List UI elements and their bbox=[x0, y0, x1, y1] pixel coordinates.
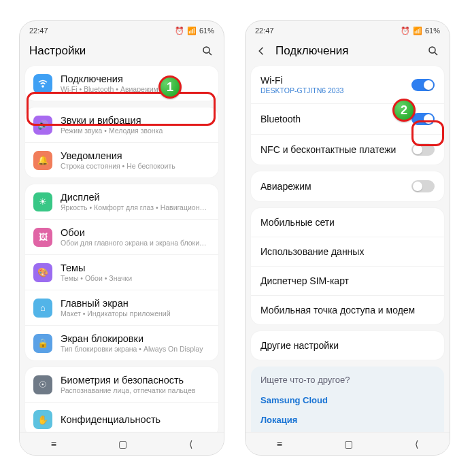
row-sub: Распознавание лица, отпечатки пальцев bbox=[61, 386, 210, 394]
search-icon[interactable] bbox=[201, 44, 214, 58]
row-privacy[interactable]: ✋ Конфиденциальность bbox=[25, 402, 218, 432]
row-lockscreen[interactable]: 🔒 Экран блокировки Тип блокировки экрана… bbox=[25, 325, 218, 360]
row-label: Подключения bbox=[61, 73, 210, 84]
svg-point-2 bbox=[42, 86, 44, 87]
phone-connections: 22:47 ⏰ 📶 61% Подключения Wi-Fi DESKTOP-… bbox=[245, 20, 450, 456]
bluetooth-toggle[interactable] bbox=[411, 113, 435, 125]
wallpaper-icon: 🖼 bbox=[33, 228, 52, 247]
row-sub: Темы • Обои • Значки bbox=[61, 274, 210, 282]
battery-text: 61% bbox=[425, 27, 440, 35]
row-other-settings[interactable]: Другие настройки bbox=[251, 331, 444, 360]
row-label: Мобильные сети bbox=[260, 217, 335, 228]
row-sub: Wi-Fi • Bluetooth • Авиарежим bbox=[61, 85, 210, 93]
signal-icon: 📶 bbox=[187, 27, 197, 35]
status-time: 22:47 bbox=[29, 27, 48, 35]
nav-recent-icon[interactable]: ≡ bbox=[51, 439, 56, 449]
row-display[interactable]: ☀ Дисплей Яркость • Комфорт для глаз • Н… bbox=[25, 184, 218, 219]
row-label: Диспетчер SIM-карт bbox=[260, 275, 349, 286]
row-sub: DESKTOP-GTJITN6 2033 bbox=[260, 86, 343, 95]
annotation-badge-1: 1 bbox=[158, 75, 182, 99]
search-icon[interactable] bbox=[426, 44, 440, 58]
nav-home-icon[interactable]: ▢ bbox=[344, 439, 353, 449]
row-label: Конфиденциальность bbox=[61, 414, 210, 425]
row-hotspot[interactable]: Мобильная точка доступа и модем bbox=[251, 295, 444, 324]
row-label: Биометрия и безопасность bbox=[61, 375, 210, 386]
airplane-toggle[interactable] bbox=[411, 180, 435, 192]
nav-home-icon[interactable]: ▢ bbox=[118, 439, 127, 449]
status-right: ⏰ 📶 61% bbox=[175, 27, 214, 35]
looking-for-header: Ищете что-то другое? bbox=[260, 375, 435, 385]
row-wifi[interactable]: Wi-Fi DESKTOP-GTJITN6 2033 bbox=[251, 66, 444, 103]
nav-bar: ≡ ▢ ⟨ bbox=[246, 432, 450, 455]
looking-for-panel: Ищете что-то другое? Samsung Cloud Локац… bbox=[251, 367, 444, 432]
svg-point-0 bbox=[203, 47, 209, 53]
row-label: Дисплей bbox=[61, 192, 210, 203]
link-location[interactable]: Локация bbox=[260, 410, 435, 430]
status-right: ⏰ 📶 61% bbox=[401, 27, 440, 35]
header: Подключения bbox=[246, 37, 450, 66]
row-label: Wi-Fi bbox=[260, 75, 343, 86]
signal-icon: 📶 bbox=[413, 27, 422, 35]
row-label: Уведомления bbox=[61, 150, 210, 161]
row-sub: Яркость • Комфорт для глаз • Навигационн… bbox=[61, 203, 210, 211]
row-label: Обои bbox=[61, 227, 210, 238]
svg-line-4 bbox=[435, 52, 437, 55]
page-title: Настройки bbox=[29, 44, 194, 58]
display-icon: ☀ bbox=[33, 192, 52, 211]
alarm-icon: ⏰ bbox=[175, 27, 184, 35]
connections-list: Wi-Fi DESKTOP-GTJITN6 2033 Bluetooth NFC… bbox=[246, 66, 450, 432]
status-time: 22:47 bbox=[255, 27, 274, 35]
row-sim-manager[interactable]: Диспетчер SIM-карт bbox=[251, 266, 444, 295]
page-title: Подключения bbox=[275, 44, 420, 58]
status-bar: 22:47 ⏰ 📶 61% bbox=[20, 21, 224, 37]
theme-icon: 🎨 bbox=[33, 263, 52, 282]
row-connections[interactable]: Подключения Wi-Fi • Bluetooth • Авиарежи… bbox=[25, 66, 218, 101]
home-icon: ⌂ bbox=[33, 299, 52, 318]
nav-back-icon[interactable]: ⟨ bbox=[415, 439, 418, 449]
sound-icon: 🔊 bbox=[33, 116, 52, 135]
row-home[interactable]: ⌂ Главный экран Макет • Индикаторы прило… bbox=[25, 290, 218, 325]
link-samsung-cloud[interactable]: Samsung Cloud bbox=[260, 390, 435, 410]
row-sub: Режим звука • Мелодия звонка bbox=[61, 126, 210, 135]
row-label: Мобильная точка доступа и модем bbox=[260, 305, 415, 316]
row-label: Звуки и вибрация bbox=[61, 115, 210, 126]
nfc-toggle[interactable] bbox=[411, 143, 435, 156]
bell-icon: 🔔 bbox=[33, 151, 52, 170]
lock-icon: 🔒 bbox=[33, 334, 52, 353]
row-sub: Обои для главного экрана и экрана блокир… bbox=[61, 239, 210, 247]
header: Настройки bbox=[20, 37, 224, 66]
settings-list: Подключения Wi-Fi • Bluetooth • Авиарежи… bbox=[20, 66, 224, 432]
row-nfc[interactable]: NFC и бесконтактные платежи bbox=[251, 134, 444, 165]
row-sounds[interactable]: 🔊 Звуки и вибрация Режим звука • Мелодия… bbox=[25, 107, 218, 142]
row-biometrics[interactable]: ☉ Биометрия и безопасность Распознавание… bbox=[25, 367, 218, 402]
row-label: Авиарежим bbox=[260, 181, 311, 192]
nav-bar: ≡ ▢ ⟨ bbox=[20, 432, 224, 455]
phone-settings: 22:47 ⏰ 📶 61% Настройки Подключения Wi-F… bbox=[19, 20, 224, 456]
annotation-badge-2: 2 bbox=[392, 99, 416, 122]
row-label: Главный экран bbox=[61, 298, 210, 309]
wifi-icon bbox=[33, 74, 52, 93]
svg-point-3 bbox=[429, 47, 435, 53]
back-icon[interactable] bbox=[255, 44, 269, 58]
row-sub: Тип блокировки экрана • Always On Displa… bbox=[61, 345, 210, 353]
battery-text: 61% bbox=[199, 27, 214, 35]
row-label: Bluetooth bbox=[260, 114, 301, 124]
row-themes[interactable]: 🎨 Темы Темы • Обои • Значки bbox=[25, 254, 218, 290]
fingerprint-icon: ☉ bbox=[33, 375, 52, 394]
row-label: NFC и бесконтактные платежи bbox=[260, 144, 396, 155]
alarm-icon: ⏰ bbox=[401, 27, 410, 35]
row-notifications[interactable]: 🔔 Уведомления Строка состояния • Не бесп… bbox=[25, 142, 218, 177]
row-data-usage[interactable]: Использование данных bbox=[251, 237, 444, 266]
row-label: Экран блокировки bbox=[61, 333, 210, 344]
row-label: Темы bbox=[61, 262, 210, 273]
row-wallpaper[interactable]: 🖼 Обои Обои для главного экрана и экрана… bbox=[25, 219, 218, 254]
row-label: Другие настройки bbox=[260, 340, 339, 351]
status-bar: 22:47 ⏰ 📶 61% bbox=[246, 21, 450, 37]
row-mobile-networks[interactable]: Мобильные сети bbox=[251, 208, 444, 237]
svg-line-1 bbox=[209, 52, 212, 55]
nav-recent-icon[interactable]: ≡ bbox=[277, 439, 282, 449]
row-sub: Макет • Индикаторы приложений bbox=[61, 309, 210, 318]
row-airplane[interactable]: Авиарежим bbox=[251, 171, 444, 201]
wifi-toggle[interactable] bbox=[411, 79, 435, 91]
nav-back-icon[interactable]: ⟨ bbox=[189, 439, 192, 449]
